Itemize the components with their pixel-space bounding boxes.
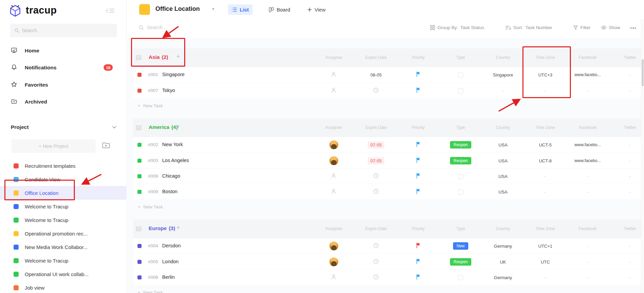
column-header-priority[interactable]: Priority xyxy=(397,226,439,231)
assignee-cell[interactable] xyxy=(313,168,355,184)
column-header-type[interactable]: Type xyxy=(439,55,482,60)
filter-control[interactable]: Filter xyxy=(573,25,591,30)
country-cell[interactable]: Germany xyxy=(482,238,524,254)
task-row[interactable]: #008ChicagoUSA--- xyxy=(133,168,644,184)
group-add-task-icon[interactable]: + xyxy=(176,53,180,60)
expire-date-cell[interactable] xyxy=(355,254,397,270)
more-options-button[interactable]: ••• xyxy=(630,25,637,31)
type-cell[interactable]: Reopen xyxy=(439,137,482,153)
type-cell[interactable] xyxy=(439,184,482,200)
expire-date-cell[interactable]: 07-05 xyxy=(355,137,397,153)
column-header-time-zone[interactable]: Time Zone xyxy=(524,55,566,60)
sidebar-item-favorites[interactable]: Favorites xyxy=(0,78,127,92)
facebook-cell[interactable]: - xyxy=(566,168,609,184)
assignee-cell[interactable] xyxy=(313,153,355,168)
facebook-cell[interactable]: - xyxy=(566,270,609,285)
sidebar-project-new-media-work-collabor[interactable]: New Media Work Collabor... xyxy=(0,240,127,254)
assignee-cell[interactable] xyxy=(313,137,355,153)
expire-date-cell[interactable] xyxy=(355,270,397,285)
timezone-cell[interactable]: - xyxy=(524,83,566,98)
task-row[interactable]: #005LondonReopenUKUTC-- xyxy=(133,254,644,269)
column-header-country[interactable]: Country xyxy=(482,226,524,231)
task-row[interactable]: #002New York07-05ReopenUSAUCT-5www.faceb… xyxy=(133,137,644,153)
twitter-cell[interactable]: - xyxy=(609,153,644,168)
tab-board[interactable]: Board xyxy=(265,4,294,15)
column-header-twitter[interactable]: Twitter xyxy=(609,55,644,60)
country-cell[interactable]: USA xyxy=(482,168,524,184)
sidebar-project-office-location[interactable]: Office Location xyxy=(0,186,127,200)
assignee-cell[interactable] xyxy=(313,254,355,270)
type-cell[interactable]: Reopen xyxy=(439,254,482,270)
sidebar-project-candidate-view[interactable]: Candidate View xyxy=(0,173,127,186)
twitter-cell[interactable]: - xyxy=(609,168,644,184)
project-section-header[interactable]: Project xyxy=(11,122,116,132)
timezone-cell[interactable]: UCT-5 xyxy=(524,137,566,153)
add-view-button[interactable]: View xyxy=(304,4,329,15)
tab-list[interactable]: List xyxy=(228,4,253,15)
show-control[interactable]: Show xyxy=(601,25,620,30)
assignee-cell[interactable] xyxy=(313,67,355,83)
sidebar-project-operational-promotion-rec[interactable]: Operational promotion rec... xyxy=(0,227,127,240)
column-header-country[interactable]: Country xyxy=(482,55,524,60)
task-search-input[interactable]: Search .. xyxy=(138,25,167,30)
task-row[interactable]: #001Singapore08-05SingaporeUTC+3www.face… xyxy=(133,67,644,83)
facebook-cell[interactable]: www.facebo... xyxy=(566,67,609,83)
priority-cell[interactable] xyxy=(397,254,439,270)
sidebar-project-job-view[interactable]: Job view xyxy=(0,281,127,293)
new-task-button[interactable]: +New Task xyxy=(133,285,644,293)
type-cell[interactable] xyxy=(439,83,482,98)
column-header-assignee[interactable]: Assignee xyxy=(313,226,355,231)
country-cell[interactable]: Germany xyxy=(482,270,524,285)
assignee-cell[interactable] xyxy=(313,270,355,285)
timezone-cell[interactable]: - xyxy=(524,168,566,184)
group-add-task-icon[interactable]: + xyxy=(176,123,180,130)
sidebar-project-welcome-to-tracup[interactable]: Welcome to Tracup xyxy=(0,254,127,267)
task-row[interactable]: #006BerlinGermany--- xyxy=(133,269,644,285)
priority-cell[interactable] xyxy=(397,238,439,254)
column-header-facebook[interactable]: Facebook xyxy=(566,125,609,130)
sidebar-project-operational-ui-work-collab[interactable]: Operational UI work collab... xyxy=(0,267,127,281)
column-header-assignee[interactable]: Assignee xyxy=(313,125,355,130)
timezone-cell[interactable]: - xyxy=(524,184,566,200)
column-header-expire-date[interactable]: Expire Date xyxy=(355,125,397,130)
twitter-cell[interactable]: - xyxy=(609,254,644,270)
type-cell[interactable] xyxy=(439,168,482,184)
priority-cell[interactable] xyxy=(397,67,439,83)
sidebar-search-input[interactable]: Search xyxy=(10,24,117,37)
assignee-cell[interactable] xyxy=(313,184,355,200)
column-header-time-zone[interactable]: Time Zone xyxy=(524,226,566,231)
expire-date-cell[interactable] xyxy=(355,168,397,184)
type-cell[interactable]: Reopen xyxy=(439,153,482,168)
facebook-cell[interactable]: - xyxy=(566,254,609,270)
column-header-type[interactable]: Type xyxy=(439,125,482,130)
sidebar-project-welcome-to-tracup[interactable]: Welcome to Tracup xyxy=(0,200,127,213)
group-collapse-icon[interactable] xyxy=(136,55,142,62)
expire-date-cell[interactable]: 08-05 xyxy=(355,67,397,83)
country-cell[interactable]: - xyxy=(482,83,524,98)
expire-date-cell[interactable] xyxy=(355,83,397,98)
group-collapse-icon[interactable] xyxy=(136,226,142,233)
column-header-priority[interactable]: Priority xyxy=(397,125,439,130)
priority-cell[interactable] xyxy=(397,168,439,184)
task-row[interactable]: #004DersdonNewGermanyUTC+1-- xyxy=(133,238,644,254)
column-header-facebook[interactable]: Facebook xyxy=(566,55,609,60)
timezone-cell[interactable]: - xyxy=(524,270,566,285)
country-cell[interactable]: USA xyxy=(482,153,524,168)
expire-date-cell[interactable]: 07-05 xyxy=(355,153,397,168)
country-cell[interactable]: UK xyxy=(482,254,524,270)
twitter-cell[interactable]: - xyxy=(609,270,644,285)
group-add-task-icon[interactable]: + xyxy=(176,224,180,231)
facebook-cell[interactable]: - xyxy=(566,184,609,200)
assignee-cell[interactable] xyxy=(313,83,355,98)
timezone-cell[interactable]: UCT-8 xyxy=(524,153,566,168)
new-task-button[interactable]: +New Task xyxy=(133,199,644,214)
expire-date-cell[interactable] xyxy=(355,184,397,200)
column-header-facebook[interactable]: Facebook xyxy=(566,226,609,231)
chevron-down-icon[interactable] xyxy=(112,125,116,130)
priority-cell[interactable] xyxy=(397,83,439,98)
new-project-button[interactable]: + New Project xyxy=(12,139,95,153)
task-row[interactable]: #003Los Angeles07-05ReopenUSAUCT-8www.fa… xyxy=(133,153,644,168)
column-header-country[interactable]: Country xyxy=(482,125,524,130)
twitter-cell[interactable]: - xyxy=(609,137,644,153)
facebook-cell[interactable]: www.facebo... xyxy=(566,153,609,168)
